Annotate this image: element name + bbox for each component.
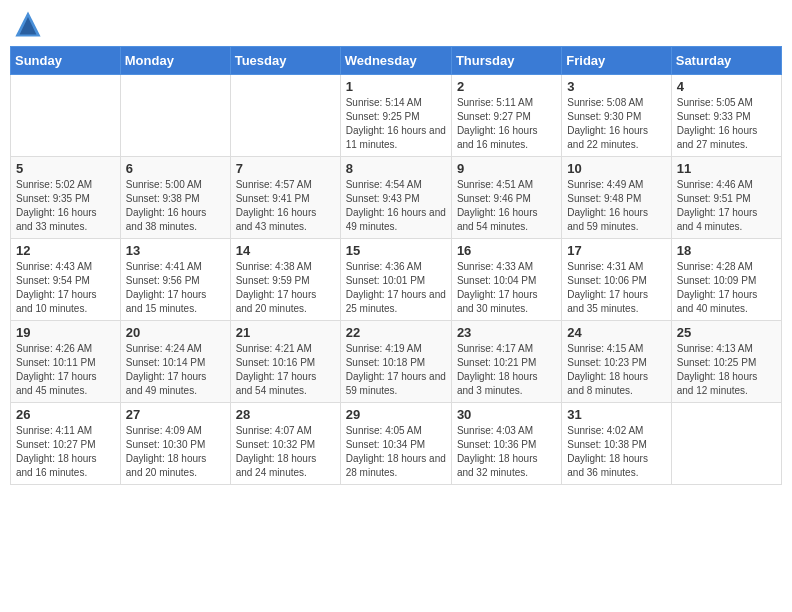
day-number: 24	[567, 325, 665, 340]
day-info: Sunrise: 5:14 AM Sunset: 9:25 PM Dayligh…	[346, 96, 446, 152]
day-info: Sunrise: 4:11 AM Sunset: 10:27 PM Daylig…	[16, 424, 115, 480]
day-info: Sunrise: 5:08 AM Sunset: 9:30 PM Dayligh…	[567, 96, 665, 152]
calendar-cell: 1Sunrise: 5:14 AM Sunset: 9:25 PM Daylig…	[340, 75, 451, 157]
day-number: 2	[457, 79, 556, 94]
day-info: Sunrise: 4:49 AM Sunset: 9:48 PM Dayligh…	[567, 178, 665, 234]
week-row-4: 19Sunrise: 4:26 AM Sunset: 10:11 PM Dayl…	[11, 321, 782, 403]
logo-icon	[14, 10, 42, 38]
calendar-cell: 27Sunrise: 4:09 AM Sunset: 10:30 PM Dayl…	[120, 403, 230, 485]
calendar-cell: 29Sunrise: 4:05 AM Sunset: 10:34 PM Dayl…	[340, 403, 451, 485]
day-info: Sunrise: 4:21 AM Sunset: 10:16 PM Daylig…	[236, 342, 335, 398]
weekday-saturday: Saturday	[671, 47, 781, 75]
day-number: 27	[126, 407, 225, 422]
calendar-body: 1Sunrise: 5:14 AM Sunset: 9:25 PM Daylig…	[11, 75, 782, 485]
calendar-cell: 8Sunrise: 4:54 AM Sunset: 9:43 PM Daylig…	[340, 157, 451, 239]
day-number: 11	[677, 161, 776, 176]
day-info: Sunrise: 4:38 AM Sunset: 9:59 PM Dayligh…	[236, 260, 335, 316]
calendar-cell: 6Sunrise: 5:00 AM Sunset: 9:38 PM Daylig…	[120, 157, 230, 239]
day-number: 5	[16, 161, 115, 176]
calendar-cell	[11, 75, 121, 157]
week-row-3: 12Sunrise: 4:43 AM Sunset: 9:54 PM Dayli…	[11, 239, 782, 321]
day-info: Sunrise: 4:26 AM Sunset: 10:11 PM Daylig…	[16, 342, 115, 398]
day-info: Sunrise: 5:11 AM Sunset: 9:27 PM Dayligh…	[457, 96, 556, 152]
calendar-cell: 21Sunrise: 4:21 AM Sunset: 10:16 PM Dayl…	[230, 321, 340, 403]
calendar-cell: 25Sunrise: 4:13 AM Sunset: 10:25 PM Dayl…	[671, 321, 781, 403]
day-number: 9	[457, 161, 556, 176]
day-info: Sunrise: 4:57 AM Sunset: 9:41 PM Dayligh…	[236, 178, 335, 234]
day-number: 25	[677, 325, 776, 340]
day-number: 10	[567, 161, 665, 176]
calendar-cell: 16Sunrise: 4:33 AM Sunset: 10:04 PM Dayl…	[451, 239, 561, 321]
day-info: Sunrise: 4:15 AM Sunset: 10:23 PM Daylig…	[567, 342, 665, 398]
day-number: 23	[457, 325, 556, 340]
day-number: 12	[16, 243, 115, 258]
week-row-1: 1Sunrise: 5:14 AM Sunset: 9:25 PM Daylig…	[11, 75, 782, 157]
day-info: Sunrise: 4:54 AM Sunset: 9:43 PM Dayligh…	[346, 178, 446, 234]
logo	[14, 10, 46, 38]
day-number: 22	[346, 325, 446, 340]
calendar-cell: 7Sunrise: 4:57 AM Sunset: 9:41 PM Daylig…	[230, 157, 340, 239]
day-number: 8	[346, 161, 446, 176]
calendar-cell: 2Sunrise: 5:11 AM Sunset: 9:27 PM Daylig…	[451, 75, 561, 157]
day-number: 26	[16, 407, 115, 422]
calendar-cell: 15Sunrise: 4:36 AM Sunset: 10:01 PM Dayl…	[340, 239, 451, 321]
calendar-header: SundayMondayTuesdayWednesdayThursdayFrid…	[11, 47, 782, 75]
day-number: 19	[16, 325, 115, 340]
day-number: 4	[677, 79, 776, 94]
day-info: Sunrise: 4:07 AM Sunset: 10:32 PM Daylig…	[236, 424, 335, 480]
calendar-cell: 10Sunrise: 4:49 AM Sunset: 9:48 PM Dayli…	[562, 157, 671, 239]
day-number: 28	[236, 407, 335, 422]
day-number: 7	[236, 161, 335, 176]
calendar-cell: 17Sunrise: 4:31 AM Sunset: 10:06 PM Dayl…	[562, 239, 671, 321]
calendar-cell: 26Sunrise: 4:11 AM Sunset: 10:27 PM Dayl…	[11, 403, 121, 485]
day-info: Sunrise: 4:36 AM Sunset: 10:01 PM Daylig…	[346, 260, 446, 316]
day-info: Sunrise: 4:43 AM Sunset: 9:54 PM Dayligh…	[16, 260, 115, 316]
calendar-cell: 31Sunrise: 4:02 AM Sunset: 10:38 PM Dayl…	[562, 403, 671, 485]
day-number: 16	[457, 243, 556, 258]
calendar-cell: 12Sunrise: 4:43 AM Sunset: 9:54 PM Dayli…	[11, 239, 121, 321]
day-info: Sunrise: 4:03 AM Sunset: 10:36 PM Daylig…	[457, 424, 556, 480]
weekday-row: SundayMondayTuesdayWednesdayThursdayFrid…	[11, 47, 782, 75]
calendar-cell: 14Sunrise: 4:38 AM Sunset: 9:59 PM Dayli…	[230, 239, 340, 321]
day-number: 31	[567, 407, 665, 422]
week-row-2: 5Sunrise: 5:02 AM Sunset: 9:35 PM Daylig…	[11, 157, 782, 239]
day-info: Sunrise: 5:02 AM Sunset: 9:35 PM Dayligh…	[16, 178, 115, 234]
weekday-wednesday: Wednesday	[340, 47, 451, 75]
calendar-cell: 4Sunrise: 5:05 AM Sunset: 9:33 PM Daylig…	[671, 75, 781, 157]
day-info: Sunrise: 4:09 AM Sunset: 10:30 PM Daylig…	[126, 424, 225, 480]
day-number: 30	[457, 407, 556, 422]
day-number: 3	[567, 79, 665, 94]
day-number: 17	[567, 243, 665, 258]
day-info: Sunrise: 4:19 AM Sunset: 10:18 PM Daylig…	[346, 342, 446, 398]
weekday-thursday: Thursday	[451, 47, 561, 75]
calendar-cell: 19Sunrise: 4:26 AM Sunset: 10:11 PM Dayl…	[11, 321, 121, 403]
day-info: Sunrise: 4:41 AM Sunset: 9:56 PM Dayligh…	[126, 260, 225, 316]
day-number: 18	[677, 243, 776, 258]
day-number: 14	[236, 243, 335, 258]
weekday-sunday: Sunday	[11, 47, 121, 75]
weekday-tuesday: Tuesday	[230, 47, 340, 75]
day-number: 13	[126, 243, 225, 258]
day-info: Sunrise: 4:33 AM Sunset: 10:04 PM Daylig…	[457, 260, 556, 316]
day-info: Sunrise: 4:24 AM Sunset: 10:14 PM Daylig…	[126, 342, 225, 398]
week-row-5: 26Sunrise: 4:11 AM Sunset: 10:27 PM Dayl…	[11, 403, 782, 485]
calendar-cell: 3Sunrise: 5:08 AM Sunset: 9:30 PM Daylig…	[562, 75, 671, 157]
calendar: SundayMondayTuesdayWednesdayThursdayFrid…	[10, 46, 782, 485]
weekday-friday: Friday	[562, 47, 671, 75]
calendar-cell: 30Sunrise: 4:03 AM Sunset: 10:36 PM Dayl…	[451, 403, 561, 485]
page-header	[10, 10, 782, 38]
day-info: Sunrise: 4:02 AM Sunset: 10:38 PM Daylig…	[567, 424, 665, 480]
day-number: 6	[126, 161, 225, 176]
calendar-cell: 11Sunrise: 4:46 AM Sunset: 9:51 PM Dayli…	[671, 157, 781, 239]
day-info: Sunrise: 4:28 AM Sunset: 10:09 PM Daylig…	[677, 260, 776, 316]
calendar-cell: 20Sunrise: 4:24 AM Sunset: 10:14 PM Dayl…	[120, 321, 230, 403]
calendar-cell: 23Sunrise: 4:17 AM Sunset: 10:21 PM Dayl…	[451, 321, 561, 403]
calendar-cell	[120, 75, 230, 157]
day-info: Sunrise: 4:17 AM Sunset: 10:21 PM Daylig…	[457, 342, 556, 398]
day-info: Sunrise: 4:51 AM Sunset: 9:46 PM Dayligh…	[457, 178, 556, 234]
day-info: Sunrise: 5:05 AM Sunset: 9:33 PM Dayligh…	[677, 96, 776, 152]
day-info: Sunrise: 4:05 AM Sunset: 10:34 PM Daylig…	[346, 424, 446, 480]
day-number: 29	[346, 407, 446, 422]
calendar-cell: 22Sunrise: 4:19 AM Sunset: 10:18 PM Dayl…	[340, 321, 451, 403]
day-info: Sunrise: 4:31 AM Sunset: 10:06 PM Daylig…	[567, 260, 665, 316]
